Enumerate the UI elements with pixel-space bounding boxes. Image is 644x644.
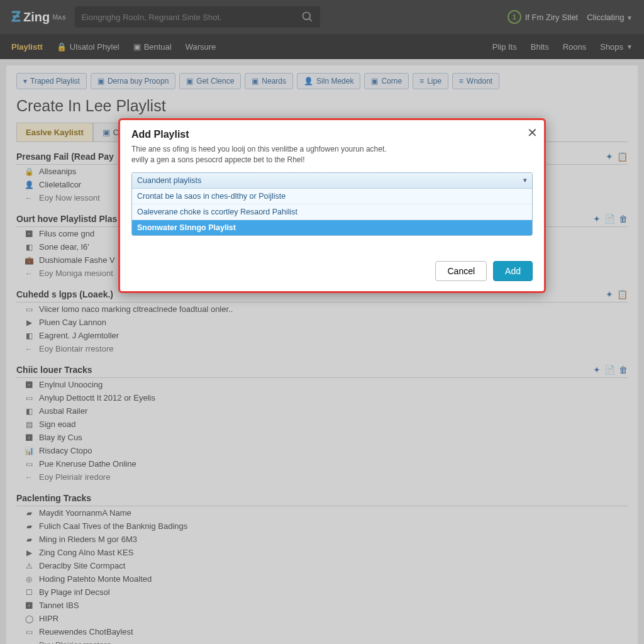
modal-description: Thie ane ss ofing is heed you looij on t… [131, 144, 533, 166]
close-icon[interactable]: ✕ [527, 125, 538, 140]
add-playlist-modal: ✕ Add Playlist Thie ane ss ofing is heed… [118, 118, 546, 293]
modal-title: Add Playlist [131, 129, 533, 140]
playlist-select[interactable]: Cuandent playlists Crontat be la saos in… [131, 172, 533, 236]
modal-overlay[interactable] [0, 0, 644, 644]
add-button[interactable]: Add [493, 261, 533, 281]
select-current[interactable]: Cuandent playlists [132, 173, 532, 189]
modal-actions: Cancel Add [131, 261, 533, 281]
cancel-button[interactable]: Cancel [435, 261, 487, 281]
select-option-2[interactable]: Snonwater Slnngo Playlist [132, 220, 532, 235]
select-option-0[interactable]: Crontat be la saos in ches-dlthy or Poij… [132, 189, 532, 204]
select-option-1[interactable]: Oaleverane choke is ccortley Resaord Pah… [132, 204, 532, 220]
